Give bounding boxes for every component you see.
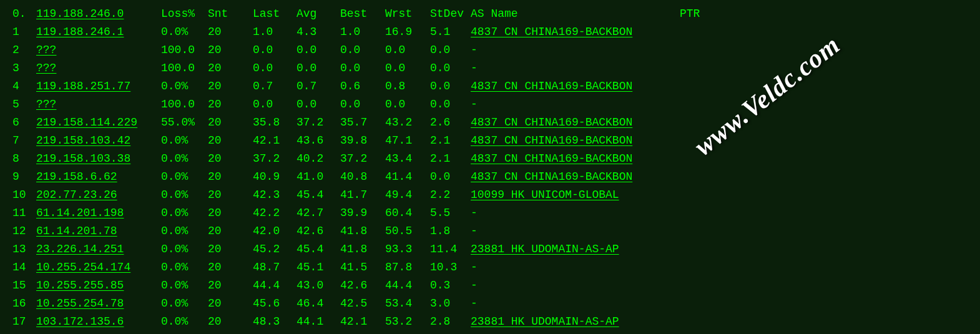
snt-value: 20 — [208, 204, 253, 222]
stdev-value: 10.3 — [430, 258, 471, 277]
avg-value: 43.6 — [296, 132, 340, 150]
loss-value: 100.0 — [161, 59, 208, 77]
loss-value: 100.0 — [161, 41, 208, 59]
hop-ip[interactable]: 61.14.201.198 — [36, 204, 161, 222]
loss-value: 0.0% — [161, 295, 208, 313]
last-value: 48.7 — [253, 258, 296, 277]
avg-value: 37.2 — [296, 114, 340, 132]
table-row: 6219.158.114.22955.0%2035.837.235.743.22… — [12, 114, 968, 132]
as-name[interactable]: 4837 CN CHINA169-BACKBON — [471, 132, 680, 150]
loss-value: 55.0% — [161, 114, 208, 132]
best-value: 0.0 — [340, 59, 385, 77]
hop-ip[interactable]: 219.158.114.229 — [36, 114, 161, 132]
hop-ip[interactable]: 10.255.254.78 — [36, 295, 161, 313]
wrst-value: 53.2 — [385, 313, 430, 331]
snt-value: 20 — [208, 313, 253, 331]
stdev-value: 3.0 — [430, 295, 471, 313]
wrst-value: 0.0 — [385, 59, 430, 77]
as-name: - — [471, 204, 680, 222]
as-name[interactable]: 4837 CN CHINA169-BACKBON — [471, 77, 680, 96]
last-value: 44.4 — [253, 277, 296, 295]
as-name[interactable]: 4837 CN CHINA169-BACKBON — [471, 150, 680, 168]
best-value: 35.7 — [340, 114, 385, 132]
table-row: 1510.255.255.850.0%2044.443.042.644.40.3… — [12, 277, 968, 295]
hop-ip[interactable]: 219.158.103.42 — [36, 132, 161, 150]
header-avg: Avg — [296, 5, 340, 23]
hop-number: 17 — [12, 313, 36, 331]
stdev-value: 0.0 — [430, 168, 471, 186]
hop-ip[interactable]: 119.188.251.77 — [36, 77, 161, 96]
avg-value: 43.0 — [296, 277, 340, 295]
as-name[interactable]: 23881 HK UDOMAIN-AS-AP — [471, 313, 680, 331]
avg-value: 40.2 — [296, 150, 340, 168]
last-value: 0.7 — [253, 77, 296, 96]
as-name[interactable]: 4837 CN CHINA169-BACKBON — [471, 23, 680, 41]
loss-value: 0.0% — [161, 240, 208, 258]
header-ip: 119.188.246.0 — [36, 5, 161, 23]
as-name: - — [471, 295, 680, 313]
snt-value: 20 — [208, 150, 253, 168]
as-name[interactable]: 23881 HK UDOMAIN-AS-AP — [471, 240, 680, 258]
wrst-value: 50.5 — [385, 222, 430, 240]
avg-value: 0.0 — [296, 96, 340, 114]
stdev-value: 2.2 — [430, 186, 471, 204]
best-value: 37.2 — [340, 150, 385, 168]
hop-ip[interactable]: 202.77.23.26 — [36, 186, 161, 204]
loss-value: 0.0% — [161, 277, 208, 295]
hop-number: 16 — [12, 295, 36, 313]
hop-ip[interactable]: 119.188.246.1 — [36, 23, 161, 41]
hop-ip[interactable]: 10.255.255.85 — [36, 277, 161, 295]
hop-number: 1 — [12, 23, 36, 41]
hop-ip[interactable]: 219.158.103.38 — [36, 150, 161, 168]
hop-ip[interactable]: ??? — [36, 41, 161, 59]
stdev-value: 5.1 — [430, 23, 471, 41]
hop-ip[interactable]: 10.255.254.174 — [36, 258, 161, 277]
last-value: 40.9 — [253, 168, 296, 186]
hop-ip[interactable]: 219.158.6.62 — [36, 168, 161, 186]
stdev-value: 2.6 — [430, 114, 471, 132]
wrst-value: 0.0 — [385, 96, 430, 114]
hop-ip[interactable]: 23.226.14.251 — [36, 240, 161, 258]
last-value: 1.0 — [253, 23, 296, 41]
wrst-value: 93.3 — [385, 240, 430, 258]
avg-value: 45.4 — [296, 186, 340, 204]
last-value: 42.2 — [253, 204, 296, 222]
best-value: 42.1 — [340, 313, 385, 331]
hop-ip[interactable]: 103.172.135.6 — [36, 313, 161, 331]
avg-value: 0.7 — [296, 77, 340, 96]
snt-value: 20 — [208, 222, 253, 240]
stdev-value: 0.0 — [430, 59, 471, 77]
wrst-value: 0.8 — [385, 77, 430, 96]
header-wrst: Wrst — [385, 5, 430, 23]
snt-value: 20 — [208, 114, 253, 132]
wrst-value: 43.2 — [385, 114, 430, 132]
snt-value: 20 — [208, 132, 253, 150]
stdev-value: 2.1 — [430, 150, 471, 168]
hop-ip[interactable]: 61.14.201.78 — [36, 222, 161, 240]
table-row: 8219.158.103.380.0%2037.240.237.243.42.1… — [12, 150, 968, 168]
table-row: 1410.255.254.1740.0%2048.745.141.587.810… — [12, 258, 968, 277]
wrst-value: 60.4 — [385, 204, 430, 222]
hop-number: 5 — [12, 96, 36, 114]
loss-value: 0.0% — [161, 132, 208, 150]
header-ptr: PTR — [680, 5, 700, 23]
as-name: - — [471, 41, 680, 59]
header-snt: Snt — [208, 5, 253, 23]
hop-ip[interactable]: ??? — [36, 96, 161, 114]
hop-number: 3 — [12, 59, 36, 77]
last-value: 0.0 — [253, 96, 296, 114]
as-name[interactable]: 4837 CN CHINA169-BACKBON — [471, 168, 680, 186]
hop-ip[interactable]: ??? — [36, 59, 161, 77]
table-row: 1261.14.201.780.0%2042.042.641.850.51.8- — [12, 222, 968, 240]
hop-number: 9 — [12, 168, 36, 186]
mtr-output: 0. 119.188.246.0 Loss% Snt Last Avg Best… — [12, 5, 968, 331]
hop-number: 12 — [12, 222, 36, 240]
best-value: 1.0 — [340, 23, 385, 41]
as-name[interactable]: 4837 CN CHINA169-BACKBON — [471, 114, 680, 132]
loss-value: 0.0% — [161, 23, 208, 41]
hop-number: 7 — [12, 132, 36, 150]
table-row: 5???100.0200.00.00.00.00.0- — [12, 96, 968, 114]
last-value: 37.2 — [253, 150, 296, 168]
as-name[interactable]: 10099 HK UNICOM-GLOBAL — [471, 186, 680, 204]
snt-value: 20 — [208, 240, 253, 258]
